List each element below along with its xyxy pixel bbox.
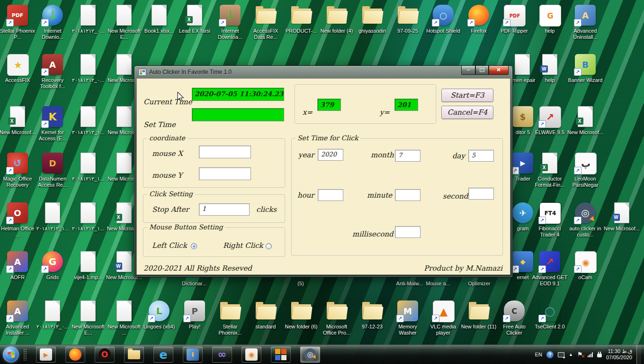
desktop-icon-new-microsoft-e[interactable]: New Microsoft E... [70,300,106,336]
desktop-icon-grids[interactable]: G↗Grids [35,250,71,281]
x-coordinate-field[interactable]: 379 [317,99,341,111]
desktop-icon-new-microsof[interactable]: XNew Microsof... [0,105,36,136]
taskbar-firefox[interactable] [65,346,85,363]
taskbar-auto-clicker[interactable]: ◎ [300,346,320,363]
desktop-icon-standard[interactable]: standard [248,300,284,330]
network-signal-icon[interactable] [588,352,593,357]
desktop-icon-product[interactable]: PRODUCT-... [283,4,319,34]
desktop-icon-hetman-office[interactable]: O↗Hetman Office ... [0,201,36,238]
tray-clock[interactable]: ق.ظ 11:30 07/05/2020 [606,348,632,361]
desktop-icon-accessfix[interactable]: ★AccessFIX [0,53,36,83]
desktop-icon-item[interactable]: ۲۰۱۸۱۲۱۲_۰... [70,53,106,83]
desktop-icon-firefox[interactable]: ↗Firefox [461,4,497,34]
left-click-radio[interactable] [191,243,197,249]
desktop-icon-elwave-9-5[interactable]: ↗↗ELWAVE 9.5 [532,105,568,136]
second-field[interactable] [468,188,494,200]
desktop-icon-new-folder-6[interactable]: New folder (6) [283,300,319,330]
desktop-icon-aofr[interactable]: A↗AOFR [0,250,36,281]
desktop-icon-internet-downlo[interactable]: ↓↗Internet Downlo... [35,4,71,40]
minimize-button[interactable]: – [461,66,475,75]
desktop-icon-banner-wizard[interactable]: B↗Banner Wizard [567,53,603,83]
desktop-icon-book1-xlsx[interactable]: Book1.xlsx... [141,4,177,34]
desktop-icon-magic-office-recovery[interactable]: ↺↗Magic Office Recovery [0,152,36,188]
millisecond-field[interactable] [395,226,420,238]
title-bar[interactable]: Auto Clicker In Favorite Time 1.0 – ✕ [134,66,512,78]
desktop-icon-free-auto-clicker[interactable]: C↗Free Auto Clicker [496,300,532,336]
desktop-icon-accessfix-data-re[interactable]: AccessFIX Data Re... [248,4,284,40]
desktop-icon-hotspot-shield[interactable]: ○↗Hotspot Shield [425,4,461,34]
display-icon[interactable] [558,352,564,357]
desktop-icon-recovery-toolbox-f[interactable]: A↗Recovery Toolbox f... [35,53,71,90]
help-icon[interactable]: ? [546,351,554,358]
minute-field[interactable] [395,189,420,201]
desktop-icon-new-microsoft[interactable]: New Microsoft ... [106,300,142,336]
language-indicator[interactable]: EN [535,352,542,357]
desktop-icon-help[interactable]: Whelp [532,53,568,83]
desktop-icon-stellar-phoenix-p[interactable]: PDF↗Stellar Phoenix P... [0,4,36,40]
desktop-icon-leomoon-parsinegar[interactable]: پ↗LeoMoon ParsiNegar [567,152,603,188]
desktop-icon-stellar-phoenix[interactable]: Stellar Phoenix... [212,300,248,336]
desktop-icon-97-09-25[interactable]: 97-09-25 [390,4,426,34]
show-desktop-button[interactable] [636,345,641,364]
desktop-icon-new-microsof[interactable]: WNew Microsof... [604,201,640,232]
hour-field[interactable] [318,189,343,201]
desktop-icon-help[interactable]: Ghelp [532,4,568,34]
desktop-icon-kernel-for-access-e[interactable]: K↗Kernel for Access (E... [35,105,71,142]
desktop-icon-item[interactable]: ۲۰۱۸۱۲۱۲_۰... [70,4,106,34]
taskbar-internet-explorer[interactable]: e [153,346,173,363]
desktop-icon-lead-ex-farsi[interactable]: XLead EX farsi [177,4,213,34]
desktop-icon-97-12-23[interactable]: 97-12-23 [354,300,390,330]
taskbar-image-app[interactable]: ◉ [242,346,261,363]
close-button[interactable]: ✕ [489,66,509,75]
desktop-icon-advanced-installer[interactable]: A↗Advanced Installer ... [0,300,36,336]
desktop-icon-advanced-uninstall[interactable]: A↗Advanced Uninstall... [567,4,603,40]
desktop-icon-ghiyassodin[interactable]: ghiyassodin [354,4,390,34]
desktop-icon-play[interactable]: P↗Play! [177,300,213,330]
desktop-icon-advanced-get-eod-9-1[interactable]: ↗↗Advanced GET EOD 9.1 [532,250,568,287]
desktop-icon-datanumen-access-re[interactable]: DDataNumen Access Re... [35,152,71,188]
month-field[interactable]: 7 [395,150,420,162]
year-field[interactable]: 2020 [318,149,343,161]
power-icon[interactable] [597,354,602,357]
desktop-icon-vlc-media-player[interactable]: ▲↗VLC media player [425,300,461,336]
desktop-icon-item[interactable]: ۲۰۱۸۱۲۱۲_۱... [70,201,106,232]
start-button[interactable] [3,346,19,363]
desktop-icon-item[interactable]: ۲۰۱۸۱۲۱۲_۱... [35,201,71,232]
mouse-y-field[interactable] [199,167,251,180]
right-click-radio[interactable] [266,243,272,249]
cancel-button[interactable]: Cancel=F4 [441,106,493,119]
desktop-icon-item[interactable]: ۲۰۱۸۱۲۱۲_۰... [35,300,71,330]
desktop-icon-new-microsof[interactable]: XNew Microsof... [567,105,603,136]
desktop-icon-ocam[interactable]: ◉↗oCam [567,250,603,281]
desktop-icon-microsoft-office-pro[interactable]: Microsoft Office Pro... [319,300,355,336]
desktop-icon-tseclient-2-0[interactable]: ○↗TseClient 2.0 [532,300,568,330]
desktop-icon-auto-clicker-in-custo[interactable]: ◎↗auto clicker in custo... [567,201,603,238]
desktop-icon-item[interactable]: ۲۰۱۸۱۲۱۲_۱... [70,152,106,182]
desktop-icon-fibonacci-trader-4[interactable]: FT4↗Fibonacci Trader 4 [532,201,568,238]
desktop-icon-new-folder-11[interactable]: New folder (11) [461,300,497,330]
taskbar-mosaic-app[interactable] [271,346,291,363]
desktop-icon-pdf-ripper[interactable]: PDF↗PDF Ripper [496,4,532,34]
mouse-x-field[interactable] [199,146,251,158]
taskbar-explorer[interactable] [124,346,144,363]
start-button[interactable]: Start=F3 [441,89,493,102]
desktop-icon-internet-downloa[interactable]: ↓↗Internet Downloa... [212,4,248,40]
set-time-field[interactable] [192,108,284,121]
y-coordinate-field[interactable]: 201 [394,99,418,111]
maximize-button[interactable] [475,66,489,75]
current-time-field[interactable]: 2020-07-05 11:30:24.235 [192,88,284,101]
taskbar-opera[interactable]: O [95,346,115,363]
stop-after-field[interactable]: 1 [199,203,250,216]
desktop-icon-vije4-1-mp[interactable]: vije4-1.mp... [70,250,106,281]
desktop-icon-new-microsoft-e[interactable]: New Microsoft E... [106,4,142,40]
desktop-icon-memory-washer[interactable]: M↗Memory Washer [390,300,426,336]
taskbar-media-player[interactable]: ▶ [36,346,56,363]
action-center-flag-icon[interactable]: ⚑ ✕ [577,351,583,358]
desktop-icon-lingoes-x64[interactable]: L↗Lingoes (x64) [141,300,177,330]
hidden-icons-arrow[interactable]: ▲ [569,352,573,357]
taskbar-visual-studio[interactable]: ∞ [212,346,232,363]
day-field[interactable]: 5 [468,150,494,162]
desktop-icon-item[interactable]: ۲۰۱۸۱۲۱۲_۱... [70,105,106,136]
desktop-icon-new-folder-4[interactable]: New folder (4) [319,4,355,34]
taskbar-installer[interactable]: I [183,346,203,363]
